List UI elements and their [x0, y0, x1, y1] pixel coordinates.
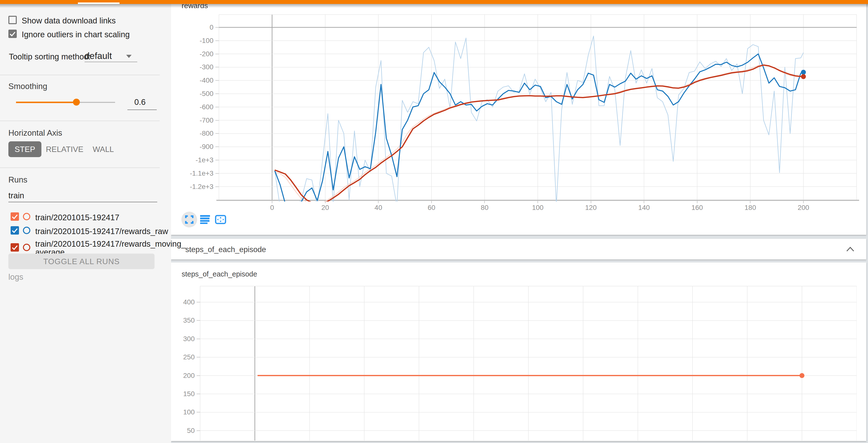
- y-tick-mark: [215, 173, 219, 174]
- run-radio-circle[interactable]: [23, 244, 30, 251]
- x-tick-mark: [537, 200, 538, 203]
- steps-section-title: steps_of_each_episode: [185, 245, 266, 254]
- settings-sidebar: Show data download links Ignore outliers…: [0, 4, 171, 443]
- y-tick-label: -100: [177, 37, 213, 45]
- logs-label: logs: [8, 272, 23, 282]
- y-tick-mark: [197, 339, 200, 339]
- y-tick-mark: [215, 54, 219, 54]
- haxis-relative-button[interactable]: RELATIVE: [46, 145, 82, 154]
- y-tick-label: -700: [177, 116, 213, 124]
- smoothing-slider-fill: [16, 101, 76, 103]
- x-tick-mark: [644, 200, 644, 203]
- check-icon: [10, 226, 19, 235]
- header-shadow: [0, 4, 868, 8]
- y-tick-mark: [215, 147, 219, 147]
- y-tick-mark: [197, 431, 200, 431]
- y-tick-mark: [197, 320, 200, 321]
- check-icon: [10, 212, 19, 221]
- divider: [0, 168, 160, 168]
- y-tick-label: -900: [177, 143, 213, 151]
- steps-chart-plot[interactable]: [197, 284, 857, 441]
- x-tick-label: 60: [414, 204, 449, 212]
- smoothing-label: Smoothing: [8, 82, 47, 91]
- x-tick-mark: [591, 200, 591, 203]
- tooltip-sort-label: Tooltip sorting method:: [9, 52, 91, 61]
- y-tick-mark: [215, 40, 219, 41]
- y-tick-mark: [215, 27, 219, 28]
- x-tick-mark: [378, 200, 378, 203]
- y-tick-label: -1e+3: [177, 156, 213, 164]
- smoothing-slider-knob[interactable]: [73, 99, 80, 106]
- horizontal-lines-icon[interactable]: [200, 215, 210, 224]
- x-tick-mark: [697, 200, 698, 203]
- x-tick-mark: [431, 200, 432, 203]
- run-checkbox[interactable]: [10, 243, 19, 252]
- run-checkbox[interactable]: [10, 226, 19, 235]
- dropdown-underline: [85, 62, 137, 62]
- steps-chart-title: steps_of_each_episode: [182, 270, 257, 278]
- y-tick-mark: [215, 67, 219, 67]
- ignore-outliers-label: Ignore outliers in chart scaling: [22, 30, 130, 39]
- smoothing-value[interactable]: 0.6: [134, 98, 146, 107]
- runs-label: Runs: [8, 175, 27, 184]
- x-tick-label: 160: [680, 204, 714, 212]
- y-tick-label: -1.2e+3: [177, 183, 213, 191]
- y-tick-mark: [215, 160, 219, 160]
- x-tick-label: 140: [627, 204, 661, 212]
- y-tick-mark: [215, 133, 219, 134]
- run-radio-circle[interactable]: [23, 227, 30, 234]
- toggle-all-runs-label: TOGGLE ALL RUNS: [8, 257, 155, 266]
- y-tick-label: -1.1e+3: [177, 170, 213, 177]
- y-tick-label: -300: [177, 63, 213, 71]
- y-tick-label: -600: [177, 103, 213, 111]
- haxis-wall-button[interactable]: WALL: [87, 145, 120, 154]
- x-tick-label: 80: [467, 204, 502, 212]
- expand-chart-icon[interactable]: [185, 215, 193, 224]
- x-tick-label: 0: [255, 204, 289, 212]
- haxis-step-button[interactable]: STEP: [8, 141, 41, 157]
- y-tick-mark: [215, 93, 219, 94]
- rewards-chart-plot[interactable]: [216, 13, 860, 202]
- show-download-links-checkbox[interactable]: [8, 16, 17, 24]
- fit-to-data-icon[interactable]: [215, 215, 226, 224]
- dropdown-arrow-icon[interactable]: [126, 55, 132, 58]
- run-checkbox[interactable]: [10, 212, 19, 221]
- runs-filter-underline: [8, 202, 157, 202]
- active-tab-indicator: [78, 2, 120, 4]
- y-tick-label: -400: [177, 77, 213, 84]
- haxis-step-label: STEP: [8, 145, 41, 154]
- x-tick-mark: [484, 200, 485, 203]
- y-tick-mark: [215, 120, 219, 121]
- y-tick-mark: [215, 186, 219, 187]
- y-tick-mark: [197, 376, 200, 376]
- horizontal-axis-label: Horizontal Axis: [8, 128, 62, 138]
- x-tick-label: 120: [574, 204, 608, 212]
- app-header-bar: [0, 0, 868, 4]
- divider: [0, 75, 160, 75]
- x-tick-label: 180: [733, 204, 768, 212]
- x-tick-mark: [272, 200, 272, 203]
- runs-filter-input[interactable]: train: [8, 191, 24, 200]
- run-label: train/20201015-192417/rewards_raw: [35, 227, 168, 236]
- series-end-dot: [801, 70, 806, 75]
- y-tick-mark: [197, 302, 200, 302]
- tooltip-sort-dropdown[interactable]: default: [85, 51, 112, 61]
- x-tick-label: 100: [521, 204, 555, 212]
- ignore-outliers-checkbox[interactable]: [8, 30, 17, 38]
- x-tick-mark: [750, 200, 750, 203]
- y-tick-mark: [215, 107, 219, 107]
- x-tick-mark: [325, 200, 326, 203]
- series-end-dot: [800, 373, 804, 378]
- y-tick-mark: [197, 394, 200, 394]
- steps-section-header[interactable]: [171, 239, 866, 260]
- toggle-all-runs-button[interactable]: TOGGLE ALL RUNS: [8, 254, 155, 269]
- y-tick-mark: [197, 357, 200, 357]
- run-label: train/20201015-192417: [35, 213, 119, 222]
- y-tick-label: -800: [177, 129, 213, 138]
- collapse-chevron-icon[interactable]: [846, 246, 855, 252]
- check-icon: [10, 243, 19, 252]
- smoothing-value-underline: [127, 110, 157, 110]
- divider: [0, 121, 160, 121]
- y-tick-label: -200: [177, 50, 213, 58]
- run-radio-circle[interactable]: [23, 213, 30, 220]
